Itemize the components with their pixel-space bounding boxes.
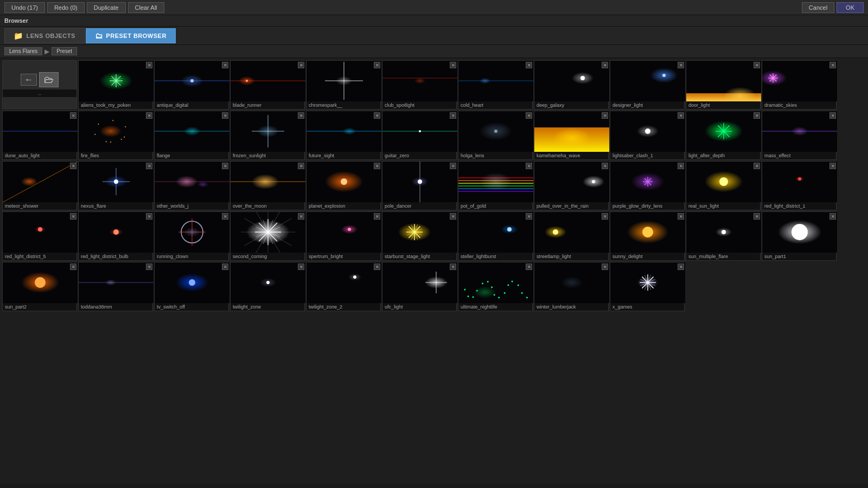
close-button-dramatic_skies[interactable]: ✕ — [829, 62, 836, 68]
close-button-nexus_flare[interactable]: ✕ — [146, 163, 152, 169]
close-button-cold_heart[interactable]: ✕ — [526, 62, 532, 68]
preset-item-streetlamp_light[interactable]: ✕streetlamp_light — [534, 211, 609, 261]
tab-preset-browser[interactable]: 🗂 PRESET BROWSER — [86, 28, 176, 43]
preset-item-red_light_district_5[interactable]: ✕red_light_district_5 — [2, 211, 77, 261]
breadcrumb-lens-flares[interactable]: Lens Flares — [4, 47, 42, 55]
close-button-aliens_took_my_poken[interactable]: ✕ — [146, 62, 152, 68]
close-button-sun_part2[interactable]: ✕ — [70, 264, 76, 270]
ok-button[interactable]: OK — [837, 2, 864, 13]
preset-item-toddana38mm[interactable]: ✕toddana38mm — [78, 262, 153, 311]
close-button-other_worlds_j[interactable]: ✕ — [222, 163, 228, 169]
close-button-pole_dancer[interactable]: ✕ — [450, 163, 456, 169]
close-button-blade_runner[interactable]: ✕ — [298, 62, 304, 68]
close-button-real_sun_light[interactable]: ✕ — [754, 163, 760, 169]
preset-item-fire_flies[interactable]: ✕fire_flies — [78, 111, 153, 160]
preset-item-over_the_moon[interactable]: ✕over_the_moon — [230, 161, 305, 210]
preset-item-spertrum_bright[interactable]: ✕spertrum_bright — [306, 211, 381, 261]
preset-item-aliens_took_my_poken[interactable]: ✕aliens_took_my_poken — [78, 60, 153, 110]
close-button-red_light_district_1[interactable]: ✕ — [829, 163, 836, 169]
close-button-mass_effect[interactable]: ✕ — [829, 112, 836, 119]
preset-item-nexus_flare[interactable]: ✕nexus_flare — [78, 161, 153, 210]
breadcrumb-preset[interactable]: Preset — [52, 47, 77, 55]
preset-item-x_games[interactable]: ✕x_games — [610, 262, 685, 311]
preset-item-red_light_district_1[interactable]: ✕red_light_district_1 — [762, 161, 837, 210]
preset-item-second_coming[interactable]: ✕second_coming — [230, 211, 305, 261]
duplicate-button[interactable]: Duplicate — [87, 2, 126, 13]
close-button-chromespark__[interactable]: ✕ — [374, 62, 380, 68]
preset-item-starburst_stage_light[interactable]: ✕starburst_stage_light — [382, 211, 457, 261]
close-button-frozen_sunlight[interactable]: ✕ — [298, 112, 304, 119]
preset-item-planet_explosion[interactable]: ✕planet_explosion — [306, 161, 381, 210]
close-button-streetlamp_light[interactable]: ✕ — [602, 213, 608, 220]
close-button-pot_of_gold[interactable]: ✕ — [526, 163, 532, 169]
preset-item-twilight_zone_2[interactable]: ✕twilight_zone_2 — [306, 262, 381, 311]
close-button-dune_auto_light[interactable]: ✕ — [70, 112, 76, 119]
close-button-red_light_district_bulb[interactable]: ✕ — [146, 213, 152, 220]
preset-item-cold_heart[interactable]: ✕cold_heart — [458, 60, 533, 110]
preset-item-sunny_delight[interactable]: ✕sunny_delight — [610, 211, 685, 261]
close-button-tv_switch_off[interactable]: ✕ — [222, 264, 228, 270]
redo-button[interactable]: Redo (0) — [47, 2, 85, 13]
preset-item-running_clown[interactable]: ✕running_clown — [154, 211, 229, 261]
cancel-button[interactable]: Cancel — [802, 2, 834, 13]
close-button-club_spotlight[interactable]: ✕ — [450, 62, 456, 68]
close-button-light_after_depth[interactable]: ✕ — [754, 112, 760, 119]
close-button-future_sight[interactable]: ✕ — [374, 112, 380, 119]
close-button-spertrum_bright[interactable]: ✕ — [374, 213, 380, 220]
preset-item-steller_lightburst[interactable]: ✕steller_lightburst — [458, 211, 533, 261]
close-button-door_light[interactable]: ✕ — [754, 62, 760, 68]
close-button-steller_lightburst[interactable]: ✕ — [526, 213, 532, 220]
preset-item-frozen_sunlight[interactable]: ✕frozen_sunlight — [230, 111, 305, 160]
preset-item-club_spotlight[interactable]: ✕club_spotlight — [382, 60, 457, 110]
close-button-toddana38mm[interactable]: ✕ — [146, 264, 152, 270]
preset-item-ultimate_nightlife[interactable]: ✕ultimate_nightlife — [458, 262, 533, 311]
preset-item-light_after_depth[interactable]: ✕light_after_depth — [686, 111, 761, 160]
close-button-lightsaber_clash_1[interactable]: ✕ — [678, 112, 684, 119]
preset-item-sun_part2[interactable]: ✕sun_part2 — [2, 262, 77, 311]
close-button-sunny_delight[interactable]: ✕ — [678, 213, 684, 220]
preset-item-lightsaber_clash_1[interactable]: ✕lightsaber_clash_1 — [610, 111, 685, 160]
close-button-antique_digital[interactable]: ✕ — [222, 62, 228, 68]
close-button-designer_light[interactable]: ✕ — [678, 62, 684, 68]
preset-item-blade_runner[interactable]: ✕blade_runner — [230, 60, 305, 110]
preset-item-flange[interactable]: ✕flange — [154, 111, 229, 160]
close-button-pulled_over_in_the_rain[interactable]: ✕ — [602, 163, 608, 169]
close-button-planet_explosion[interactable]: ✕ — [374, 163, 380, 169]
close-button-x_games[interactable]: ✕ — [678, 264, 684, 270]
preset-item-future_sight[interactable]: ✕future_sight — [306, 111, 381, 160]
close-button-sun_multiple_flare[interactable]: ✕ — [754, 213, 760, 220]
preset-item-guitar_zero[interactable]: ✕guitar_zero — [382, 111, 457, 160]
preset-item-designer_light[interactable]: ✕designer_light — [610, 60, 685, 110]
preset-item-real_sun_light[interactable]: ✕real_sun_light — [686, 161, 761, 210]
preset-item-red_light_district_bulb[interactable]: ✕red_light_district_bulb — [78, 211, 153, 261]
preset-item-ufc_light[interactable]: ✕ufc_light — [382, 262, 457, 311]
preset-item-back[interactable]: ←🗁.. — [2, 60, 77, 109]
preset-item-dramatic_skies[interactable]: ✕dramatic_skies — [762, 60, 837, 110]
preset-item-dune_auto_light[interactable]: ✕dune_auto_light — [2, 111, 77, 160]
preset-item-tv_switch_off[interactable]: ✕tv_switch_off — [154, 262, 229, 311]
preset-item-kamehameha_wave[interactable]: ✕kamehameha_wave — [534, 111, 609, 160]
close-button-flange[interactable]: ✕ — [222, 112, 228, 119]
close-button-fire_flies[interactable]: ✕ — [146, 112, 152, 119]
preset-item-pulled_over_in_the_rain[interactable]: ✕pulled_over_in_the_rain — [534, 161, 609, 210]
close-button-second_coming[interactable]: ✕ — [298, 213, 304, 220]
close-button-twilight_zone_2[interactable]: ✕ — [374, 264, 380, 270]
close-button-ufc_light[interactable]: ✕ — [450, 264, 456, 270]
close-button-red_light_district_5[interactable]: ✕ — [70, 213, 76, 220]
clear-all-button[interactable]: Clear All — [128, 2, 164, 13]
close-button-kamehameha_wave[interactable]: ✕ — [602, 112, 608, 119]
preset-item-twilight_zone[interactable]: ✕twilight_zone — [230, 262, 305, 311]
close-button-holga_lens[interactable]: ✕ — [526, 112, 532, 119]
close-button-meteor_shower[interactable]: ✕ — [70, 163, 76, 169]
preset-item-holga_lens[interactable]: ✕holga_lens — [458, 111, 533, 160]
preset-item-antique_digital[interactable]: ✕antique_digital — [154, 60, 229, 110]
preset-item-other_worlds_j[interactable]: ✕other_worlds_j — [154, 161, 229, 210]
preset-item-winter_lumberjack[interactable]: ✕winter_lumberjack — [534, 262, 609, 311]
close-button-sun_part1[interactable]: ✕ — [829, 213, 836, 220]
close-button-deep_galaxy[interactable]: ✕ — [602, 62, 608, 68]
undo-button[interactable]: Undo (17) — [4, 2, 45, 13]
preset-item-pot_of_gold[interactable]: ✕pot_of_gold — [458, 161, 533, 210]
preset-item-deep_galaxy[interactable]: ✕deep_galaxy — [534, 60, 609, 110]
close-button-over_the_moon[interactable]: ✕ — [298, 163, 304, 169]
preset-item-purple_glow_dirty_lens[interactable]: ✕purple_glow_dirty_lens — [610, 161, 685, 210]
